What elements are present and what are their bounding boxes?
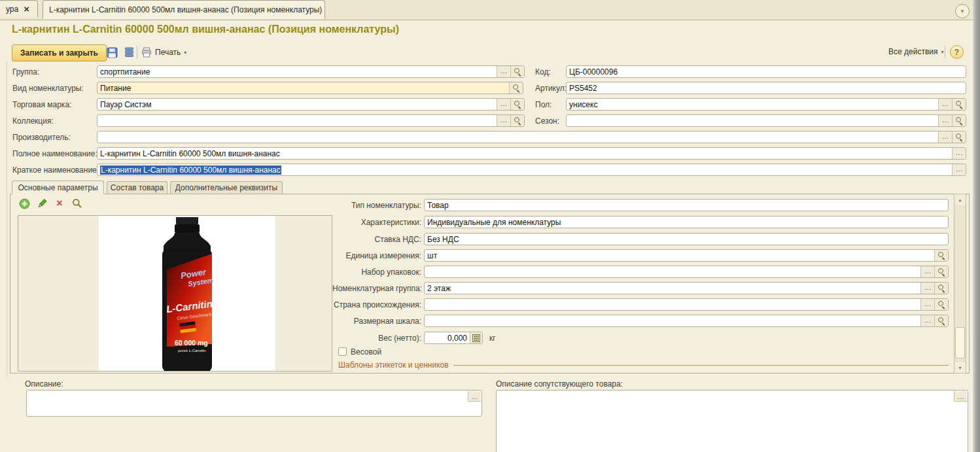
label-templates-group: Шаблоны этикеток и ценников bbox=[338, 360, 949, 370]
calculator-button[interactable] bbox=[470, 332, 482, 343]
season-value[interactable] bbox=[567, 115, 938, 126]
close-icon[interactable]: × bbox=[24, 5, 29, 13]
code-value[interactable]: ЦБ-00000096 bbox=[567, 66, 966, 77]
season-field[interactable]: … bbox=[566, 114, 966, 127]
tab-additional-attributes[interactable]: Дополнительные реквизиты bbox=[170, 181, 283, 194]
magnifier-icon bbox=[956, 101, 963, 108]
choose-button[interactable]: … bbox=[938, 115, 952, 126]
choose-button[interactable]: … bbox=[497, 66, 510, 77]
item-type-value[interactable]: Товар bbox=[425, 200, 948, 211]
add-picture-button[interactable] bbox=[18, 198, 30, 209]
kind-field[interactable]: Питание bbox=[97, 82, 523, 94]
choose-button[interactable]: … bbox=[920, 315, 934, 326]
article-value[interactable]: PS5452 bbox=[567, 82, 966, 94]
save-and-close-button[interactable]: Записать и закрыть bbox=[12, 44, 107, 61]
scroll-down-button[interactable]: ▼ bbox=[954, 362, 966, 373]
delete-picture-button[interactable]: × bbox=[54, 198, 65, 209]
product-image-box[interactable]: Power System L-Carnitin Citrus Geschmack… bbox=[18, 215, 332, 372]
full-name-field[interactable]: L-карнитин L-Carnitin 60000 500мл вишня-… bbox=[97, 147, 966, 160]
open-button[interactable] bbox=[952, 131, 966, 143]
tab-item-card[interactable]: L-карнитин L-Carnitin 60000 500мл вишня-… bbox=[43, 0, 325, 19]
scrollbar-thumb[interactable] bbox=[955, 327, 965, 358]
print-menu-button[interactable]: Печать ▾ bbox=[141, 45, 186, 60]
origin-country-field[interactable]: … bbox=[424, 298, 949, 311]
collection-value[interactable] bbox=[97, 115, 497, 126]
open-button[interactable] bbox=[934, 315, 948, 326]
gender-field[interactable]: унисекс … bbox=[566, 98, 966, 111]
choose-button[interactable]: … bbox=[920, 299, 934, 310]
related-description-textarea[interactable]: … bbox=[496, 390, 968, 452]
expand-button[interactable]: … bbox=[468, 391, 481, 402]
open-button[interactable] bbox=[934, 283, 948, 294]
trademark-field[interactable]: Пауэр Систэм … bbox=[97, 98, 525, 111]
unit-value[interactable]: шт bbox=[425, 250, 934, 261]
related-description-label: Описание сопутствующего товара: bbox=[496, 379, 623, 389]
tab-composition[interactable]: Состав товара bbox=[107, 181, 167, 194]
short-name-field[interactable]: L-карнитин L-Carnitin 60000 500мл вишня-… bbox=[97, 164, 966, 176]
choose-button[interactable]: … bbox=[920, 266, 934, 277]
article-field[interactable]: PS5452 bbox=[566, 82, 966, 94]
open-button[interactable] bbox=[509, 82, 523, 94]
group-value[interactable]: спортпитание bbox=[97, 66, 497, 77]
weighted-checkbox[interactable] bbox=[338, 347, 347, 356]
product-photo: Power System L-Carnitin Citrus Geschmack… bbox=[99, 216, 275, 372]
open-button[interactable] bbox=[934, 266, 948, 277]
all-actions-button[interactable]: Все действия ▾ bbox=[888, 47, 943, 56]
group-header-label[interactable]: Шаблоны этикеток и ценников bbox=[338, 360, 449, 370]
question-icon: ? bbox=[954, 48, 959, 57]
open-button[interactable] bbox=[934, 250, 948, 261]
manufacturer-field[interactable]: … bbox=[97, 131, 966, 143]
characteristics-value[interactable]: Индивидуальные для номенклатуры bbox=[425, 217, 948, 228]
item-group-field[interactable]: 2 этаж … bbox=[424, 282, 949, 294]
unit-field[interactable]: шт bbox=[424, 249, 949, 262]
full-name-value[interactable]: L-карнитин L-Carnitin 60000 500мл вишня-… bbox=[97, 148, 952, 159]
net-weight-label: Вес (нетто): bbox=[332, 334, 421, 343]
code-field[interactable]: ЦБ-00000096 bbox=[566, 65, 966, 78]
choose-button[interactable]: … bbox=[497, 99, 510, 110]
net-weight-field[interactable]: 0,000 bbox=[424, 332, 483, 344]
open-button[interactable] bbox=[510, 66, 524, 77]
expand-button[interactable]: … bbox=[954, 391, 967, 402]
kind-value[interactable]: Питание bbox=[97, 82, 509, 94]
window-right-scrollbar[interactable] bbox=[973, 0, 980, 452]
edit-picture-button[interactable] bbox=[36, 198, 48, 209]
open-button[interactable] bbox=[952, 99, 966, 110]
expand-button[interactable]: … bbox=[952, 164, 966, 175]
scroll-up-button[interactable]: ▲ bbox=[954, 194, 966, 205]
vat-rate-value[interactable]: Без НДС bbox=[425, 234, 948, 245]
collection-field[interactable]: … bbox=[97, 114, 525, 127]
choose-button[interactable]: … bbox=[920, 283, 934, 294]
view-picture-button[interactable] bbox=[71, 198, 83, 209]
tab-main-parameters[interactable]: Основные параметры bbox=[12, 181, 104, 194]
gender-value[interactable]: унисекс bbox=[567, 99, 938, 110]
net-weight-value[interactable]: 0,000 bbox=[425, 332, 470, 343]
vat-rate-field[interactable]: Без НДС bbox=[424, 233, 949, 245]
save-button[interactable] bbox=[105, 45, 119, 60]
origin-country-value[interactable] bbox=[425, 299, 920, 310]
tab-list-dropdown-button[interactable]: ▾ bbox=[955, 4, 970, 18]
choose-button[interactable]: … bbox=[497, 115, 510, 126]
item-group-value[interactable]: 2 этаж bbox=[425, 283, 920, 294]
item-type-field[interactable]: Товар bbox=[424, 199, 949, 211]
characteristics-field[interactable]: Индивидуальные для номенклатуры bbox=[424, 216, 949, 228]
tab-nomenclature-list[interactable]: ура × bbox=[0, 0, 38, 17]
package-set-value[interactable] bbox=[425, 266, 920, 277]
size-scale-value[interactable] bbox=[425, 315, 920, 326]
trademark-value[interactable]: Пауэр Систэм bbox=[97, 99, 497, 110]
package-set-field[interactable]: … bbox=[424, 266, 949, 278]
open-button[interactable] bbox=[934, 299, 948, 310]
show-in-list-button[interactable] bbox=[122, 45, 136, 60]
open-button[interactable] bbox=[952, 115, 966, 126]
help-button[interactable]: ? bbox=[950, 45, 964, 59]
choose-button[interactable]: … bbox=[938, 131, 952, 143]
manufacturer-value[interactable] bbox=[97, 131, 938, 143]
panel-scrollbar[interactable]: ▲ ▼ bbox=[954, 194, 966, 374]
open-button[interactable] bbox=[510, 99, 524, 110]
open-button[interactable] bbox=[510, 115, 524, 126]
description-textarea[interactable]: … bbox=[26, 390, 482, 417]
expand-button[interactable]: … bbox=[952, 148, 966, 159]
group-field[interactable]: спортпитание … bbox=[97, 65, 525, 78]
size-scale-field[interactable]: … bbox=[424, 315, 949, 327]
short-name-value[interactable]: L-карнитин L-Carnitin 60000 500мл вишня-… bbox=[97, 164, 952, 175]
choose-button[interactable]: … bbox=[938, 99, 952, 110]
